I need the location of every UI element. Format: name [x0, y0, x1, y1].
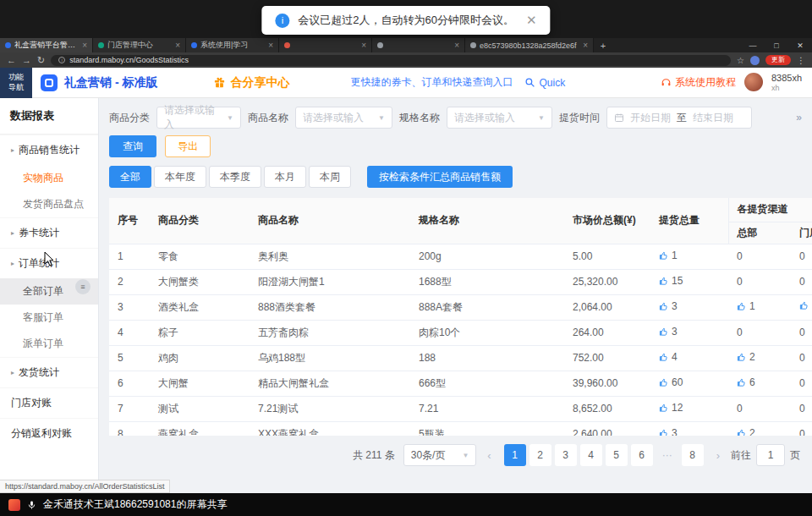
profile-avatar-icon[interactable] — [750, 56, 760, 65]
back-icon[interactable]: ← — [7, 56, 16, 65]
pagination-page[interactable]: 4 — [580, 444, 602, 466]
pagination-page[interactable]: 8 — [682, 444, 704, 466]
sidebar-item[interactable]: ▸商品销售统计 — [0, 134, 98, 165]
user-info[interactable]: 8385xh xh — [771, 73, 802, 92]
sidebar-item[interactable]: 分销返利对账 — [0, 418, 98, 448]
reload-icon[interactable]: ↻ — [37, 56, 45, 65]
tab-close-icon[interactable]: × — [454, 41, 459, 50]
mouse-cursor — [44, 251, 54, 270]
cell-category: 粽子 — [150, 320, 250, 345]
summary-button[interactable]: 按检索条件汇总商品销售额 — [367, 166, 513, 188]
tab-close-icon[interactable]: × — [82, 41, 87, 50]
browser-tab[interactable]: e8c573980b1328a258fd2e6f× — [465, 38, 594, 52]
cell-amount: 2,064.00 — [564, 294, 650, 320]
browser-tab[interactable]: × — [279, 38, 372, 52]
browser-tab[interactable]: 门店管理中心× — [93, 38, 186, 52]
cell-amount: 5.00 — [564, 244, 650, 269]
qty-value: 3 — [672, 300, 678, 312]
table-row: 1零食奥利奥200g5.00100 — [109, 244, 812, 269]
sidebar-item[interactable]: 客服订单 — [0, 305, 98, 331]
browser-tab[interactable]: 系统使用|学习× — [186, 38, 279, 52]
search-button[interactable]: 查询 — [109, 135, 156, 157]
sidebar-item[interactable]: 派单订单 — [0, 331, 98, 357]
period-tab[interactable]: 本周 — [309, 166, 351, 188]
goods-table-container: 序号 商品分类 商品名称 规格名称 市场价总额(¥) 提货总量 各提货渠道 总部… — [109, 198, 812, 436]
pagination-page[interactable]: 6 — [631, 444, 653, 466]
browser-tab[interactable]: × — [372, 38, 465, 52]
pagination-page[interactable]: 5 — [606, 444, 628, 466]
qty-value: 2 — [749, 351, 755, 363]
chevron-down-icon: ▼ — [227, 114, 233, 122]
quick-label: Quick — [539, 77, 565, 89]
qty-value: 0 — [799, 377, 805, 389]
address-bar-icons: ☆ 更新 ⋮ — [737, 55, 805, 65]
filter-label-name: 商品名称 — [248, 111, 288, 125]
cell-no: 7 — [109, 396, 150, 421]
collapse-filters-icon[interactable]: » — [796, 112, 812, 124]
cell-name: 奥利奥 — [250, 244, 410, 269]
browser-menu-icon[interactable]: ⋮ — [797, 56, 805, 65]
user-avatar[interactable] — [744, 73, 763, 91]
cell-amount: 39,960.00 — [564, 371, 650, 396]
tab-close-icon[interactable]: × — [175, 41, 180, 50]
browser-tab[interactable]: 礼盒营销平台管理中心× — [0, 38, 93, 52]
tab-favicon-icon — [191, 42, 197, 48]
cell-name: 888酒类套餐 — [250, 294, 410, 320]
quick-search-link[interactable]: Quick — [524, 77, 565, 89]
sidebar-item[interactable]: 发货商品盘点 — [0, 191, 98, 217]
sidebar-item[interactable]: 实物商品 — [0, 165, 98, 191]
export-button[interactable]: 导出 — [165, 135, 211, 157]
spec-select[interactable]: 请选择或输入 ▼ — [447, 107, 552, 129]
maximize-button[interactable]: □ — [765, 38, 788, 52]
name-select[interactable]: 请选择或输入 ▼ — [295, 107, 392, 129]
period-tab[interactable]: 本季度 — [209, 166, 261, 188]
next-page-icon[interactable]: › — [714, 449, 722, 462]
pagination-page[interactable]: 3 — [555, 444, 577, 466]
screen-share-bar: 金禾通技术王斌18662591081的屏幕共享 — [0, 493, 812, 516]
period-tab[interactable]: 本年度 — [154, 166, 206, 188]
browser-update-button[interactable]: 更新 — [765, 55, 791, 65]
qty-value: 1 — [672, 250, 678, 261]
jump-page-input[interactable] — [756, 444, 785, 466]
close-icon[interactable]: ✕ — [526, 13, 537, 28]
new-tab-button[interactable]: + — [594, 38, 612, 52]
pagination-page[interactable]: 2 — [529, 444, 551, 466]
microphone-icon — [27, 499, 36, 511]
page-size-select[interactable]: 30条/页 ▼ — [403, 444, 477, 466]
url-field[interactable]: i standard.maboy.cn/GoodsStatistics — [51, 55, 731, 66]
tab-title: e8c573980b1328a258fd2e6f — [480, 41, 579, 50]
period-tab[interactable]: 本月 — [264, 166, 306, 188]
qty-value: 3 — [672, 326, 678, 338]
search-icon — [524, 77, 535, 88]
end-date-placeholder: 结束日期 — [693, 111, 733, 125]
sidebar-item[interactable]: 门店对账 — [0, 387, 98, 418]
category-select[interactable]: 请选择或输入 ▼ — [156, 107, 241, 129]
browser-tab-strip: 礼盒营销平台管理中心×门店管理中心×系统使用|学习×××e8c573980b13… — [0, 38, 812, 52]
tab-close-icon[interactable]: × — [268, 41, 273, 50]
sidebar-collapse-handle[interactable]: ≡ — [75, 279, 91, 294]
forward-icon[interactable]: → — [22, 56, 31, 65]
cell-spec: 肉粽10个 — [410, 320, 564, 345]
pagination-page[interactable]: 1 — [504, 444, 526, 466]
function-nav-button[interactable]: 功能 导航 — [0, 68, 32, 98]
tab-close-icon[interactable]: × — [583, 41, 588, 50]
tutorial-link[interactable]: 系统使用教程 — [661, 75, 736, 90]
prev-page-icon[interactable]: ‹ — [485, 449, 493, 462]
total-count: 共 211 条 — [353, 448, 395, 463]
sidebar-item[interactable]: ▸发货统计 — [0, 357, 98, 387]
pagination-ellipsis: ··· — [656, 444, 678, 466]
close-window-button[interactable]: ✕ — [788, 38, 812, 52]
tab-close-icon[interactable]: × — [361, 41, 366, 50]
bookmark-star-icon[interactable]: ☆ — [737, 56, 744, 65]
cell-total: 60 — [650, 371, 728, 396]
tab-favicon-icon — [98, 42, 104, 48]
cell-store: 0 — [791, 269, 812, 294]
minimize-button[interactable]: — — [741, 38, 765, 52]
site-info-icon[interactable]: i — [58, 57, 65, 63]
sidebar-item[interactable]: ▸券卡统计 — [0, 217, 98, 248]
pickup-date-range[interactable]: 开始日期 至 结束日期 — [606, 107, 752, 129]
tab-title: 门店管理中心 — [107, 40, 172, 51]
period-tab[interactable]: 全部 — [109, 166, 151, 188]
share-center-link[interactable]: 合分享中心 — [213, 75, 289, 91]
col-header-channel-group: 各提货渠道 — [728, 198, 812, 222]
